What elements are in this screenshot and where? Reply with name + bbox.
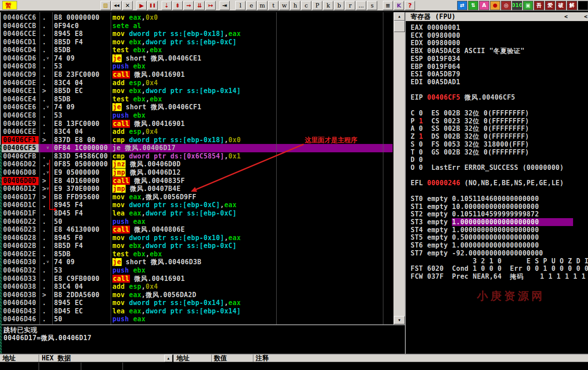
address-cell[interactable]: 00406CD8 [2,62,39,71]
address-cell[interactable]: 00406CE4 [2,95,39,104]
plugin-dot-icon[interactable]: ● [490,1,500,10]
address-cell-breakpoint[interactable]: 00406CF1 [2,136,39,144]
hex-bytes-cell[interactable]: 50 [54,218,110,226]
register-line[interactable]: S 0 FS 0053 32位 318000(FFF) [411,140,529,148]
hex-bytes-cell[interactable]: 53 [54,62,110,71]
view-list-button[interactable]: ≡ [383,1,393,10]
disasm-row[interactable]: 00406D40.8945 ECmov dword ptr ss:[ebp-0x… [1,299,405,307]
stack-pane[interactable]: 地址 数值 注释 0019F034 00000001 [173,355,588,370]
stack-header-address[interactable]: 地址 [177,355,190,362]
plugin-52pojie-po-button[interactable]: 破 [556,1,566,10]
disasm-row[interactable]: 00406CC6.B8 00000000mov eax,0x0 [1,14,405,22]
dump-header-address[interactable]: 地址 [3,355,16,362]
instruction-cell[interactable]: mov ebx,dword ptr ss:[ebp-0x14] [112,87,276,95]
plugin-swap-icon[interactable]: ⇄ [457,1,467,10]
dump-pane[interactable]: 地址 HEX 数据 0049E000 E9 18 E8 74 80 1B E8 … [0,355,173,370]
register-line[interactable]: ST7 empty -92.000000000000000000 [411,249,543,257]
instruction-cell[interactable]: call 微风.0040835F [112,177,276,185]
disasm-row[interactable]: 00406D28.8945 F0mov dword ptr ss:[ebp-0x… [1,234,405,242]
disasm-row[interactable]: 00406CE8.53push ebx [1,111,405,120]
address-cell[interactable]: 00406D40 [2,299,39,307]
disasm-row[interactable]: 00406CE6.v74 09je short 微风.00406CF1 [1,103,405,111]
hex-bytes-cell[interactable]: 8D45 F4 [54,209,110,218]
address-cell[interactable]: 00406D22 [2,218,39,226]
address-cell[interactable]: 00406D17 [2,193,39,201]
column-divider[interactable] [111,12,111,324]
disasm-row[interactable]: 00406CD6.v74 09je short 微风.00406CE1 [1,54,405,63]
register-line[interactable]: EIP 00406CF5 微风.00406CF5 [411,93,515,101]
hex-bytes-cell[interactable]: 74 09 [54,103,110,111]
hex-bytes-cell[interactable]: 53 [54,266,110,275]
register-line[interactable]: Z 1 DS 002B 32位 0(FFFFFFFF) [411,133,529,140]
address-cell[interactable]: 00406CD4 [2,46,39,54]
disasm-row[interactable]: 00406CE1>8B5D ECmov ebx,dword ptr ss:[eb… [1,87,405,95]
disasm-row[interactable]: 00406CDE.83C4 04add esp,0x4 [1,79,405,87]
stack-header-comment[interactable]: 注释 [256,355,269,362]
panel-runtrace-button[interactable]: ... [356,1,366,10]
hex-bytes-cell[interactable]: 53 [54,111,110,120]
hex-bytes-cell[interactable]: E8 46130000 [54,226,110,234]
scroll-down-icon[interactable]: ▼ [394,316,405,324]
disasm-row[interactable]: 00406D1C.8945 F4mov dword ptr ss:[ebp-0x… [1,201,405,209]
disasm-row[interactable]: 00406D32.53push ebx [1,266,405,275]
register-line[interactable]: EDI 00A5DAD1 [411,78,460,86]
instruction-cell[interactable]: add esp,0x4 [112,128,276,136]
disasm-row[interactable]: 00406CEE.83C4 04add esp,0x4 [1,128,405,136]
panel-threads-button[interactable]: t [268,1,278,10]
register-line[interactable]: EDX 00980000 [411,39,460,47]
panel-memory-button[interactable]: m [257,1,267,10]
address-cell[interactable]: 00406CEE [2,128,39,136]
hex-bytes-cell[interactable]: E8 13FC0000 [54,120,110,128]
collapse-right-icon[interactable]: < [581,12,588,21]
instruction-cell[interactable]: lea eax,dword ptr ss:[ebp-0xC] [112,209,276,218]
column-divider[interactable] [52,12,53,324]
instruction-cell[interactable]: je short 微风.00406CE1 [112,54,276,63]
register-line[interactable]: EBX 00A5DAC8 ASCII "冬夏验证" [411,47,525,55]
instruction-cell[interactable]: mov ebx,dword ptr ss:[ebp-0xC] [112,242,276,250]
disassembly-scrollbar[interactable]: ▲ ▼ [393,12,405,324]
address-cell[interactable]: 00406CCB [2,22,39,30]
disasm-row[interactable]: 00406D30.v74 09je short 微风.00406D3B [1,258,405,266]
panel-executables-button[interactable]: e [246,1,256,10]
hex-bytes-cell[interactable]: 85DB [54,46,110,54]
address-cell[interactable]: 00406D1C [2,201,39,209]
register-line[interactable]: ST4 empty 1.0000000000000000000 [411,226,539,234]
dump-row[interactable]: 0049E000 E9 18 E8 74 80 1B E8 74 00 20 [0,363,173,370]
hex-bytes-cell[interactable]: 8B5D F4 [54,38,110,47]
address-cell[interactable]: 00406CCE [2,30,39,38]
instruction-cell[interactable]: test ebx,ebx [112,95,276,104]
hex-bytes-cell[interactable]: 8945 EC [54,299,110,307]
disasm-row[interactable]: 00406D23.E8 46130000call 微风.0040806E [1,226,405,234]
plugin-binary-icon[interactable]: 010 [512,1,522,10]
column-divider[interactable] [383,12,383,324]
disasm-row[interactable]: 00406D33.E8 C9FB0000call 微风.00416901 [1,275,405,283]
address-cell-breakpoint[interactable]: 00406D0D [2,177,39,185]
column-divider[interactable] [276,12,277,324]
column-divider[interactable] [40,12,40,324]
instruction-cell[interactable]: add esp,0x4 [112,79,276,87]
disasm-row[interactable]: 00406D46.50push eax [1,315,405,323]
disasm-row[interactable]: 00406CD1.8B5D F4mov ebx,dword ptr ss:[eb… [1,38,405,47]
plugin-updown-icon[interactable]: ⇅ [468,1,478,10]
instruction-cell[interactable]: mov dword ptr ss:[ebp-0xC],eax [112,201,276,209]
disasm-row[interactable]: 00406D2E.85DBtest ebx,ebx [1,250,405,259]
panel-callstack-button[interactable]: k [323,1,333,10]
plugin-52pojie-wu-button[interactable]: 吾 [534,1,544,10]
address-cell[interactable]: 00406CD9 [2,71,39,79]
register-line[interactable]: O 0 LastErr ERROR_SUCCESS (00000000) [411,164,564,172]
instruction-cell[interactable]: call 微风.0040806E [112,226,276,234]
address-cell[interactable]: 00406D1F [2,209,39,218]
address-cell[interactable]: 00406D02 [2,160,39,169]
instruction-cell[interactable]: mov ebx,dword ptr ss:[ebp-0xC] [112,38,276,47]
instruction-cell[interactable]: push eax [112,315,276,323]
instruction-cell[interactable]: call 微风.00416901 [112,71,276,79]
address-cell[interactable]: 00406D2B [2,242,39,250]
register-line[interactable]: ST6 empty 1.0000000000000000000 [411,241,539,249]
disasm-row[interactable]: 00406CE9.E8 13FC0000call 微风.00416901 [1,120,405,128]
panel-source-button[interactable]: s [367,1,377,10]
address-cell[interactable]: 00406D28 [2,234,39,242]
instruction-cell[interactable]: je 微风.00406D17 [112,144,276,152]
plugin-52pojie-jie-button[interactable]: 解 [567,1,577,10]
instruction-cell[interactable]: push eax [112,218,276,226]
address-cell[interactable]: 00406D33 [2,275,39,283]
